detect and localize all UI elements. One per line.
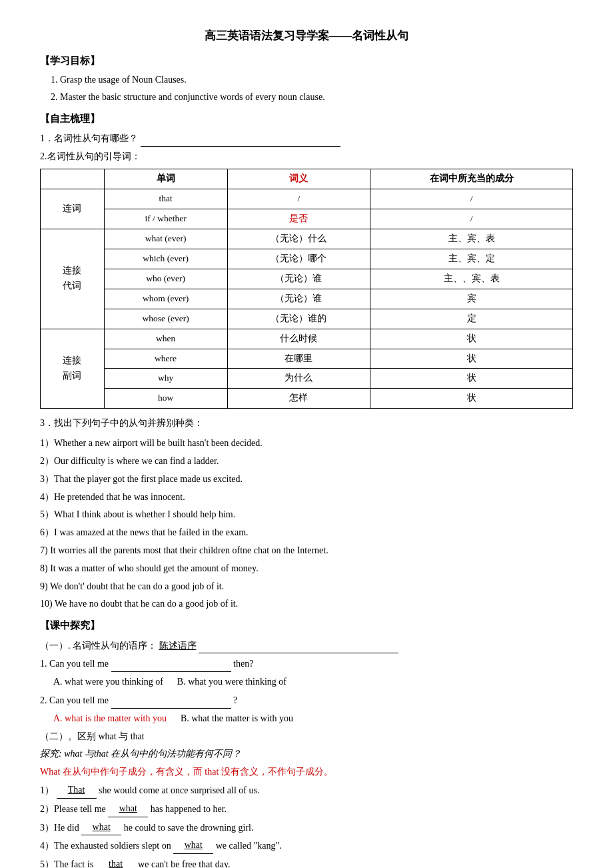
page-title: 高三英语语法复习导学案——名词性从句: [40, 27, 573, 46]
q1-choices: A. what were you thinking of B. what you…: [53, 674, 573, 690]
sentence-4: 4）He pretended that he was innocent.: [40, 489, 573, 505]
sentence-1: 1）Whether a new airport will be built ha…: [40, 435, 573, 451]
meaning-how: 怎样: [227, 389, 370, 409]
q1-option-a: A. what were you thinking of: [53, 677, 163, 687]
sentence-list: 1）Whether a new airport will be built ha…: [40, 435, 573, 612]
sentence-6: 6）I was amazed at the news that he faile…: [40, 525, 573, 541]
section-self-review: 【自主梳理】 1．名词性从句有哪些？ 2.名词性从句的引导词： 单词 词义 在词…: [40, 111, 573, 612]
section2-title: 【自主梳理】: [40, 111, 573, 128]
table-row: who (ever) （无论）谁 主、、宾、表: [41, 269, 573, 289]
q1-answer-blank: [141, 130, 340, 147]
section3-title: 【课中探究】: [40, 617, 573, 635]
word-which: which (ever): [104, 249, 227, 269]
q2-option-a: A. what is the matter with you: [53, 713, 167, 723]
meaning-whose: （无论）谁的: [227, 309, 370, 329]
role-where: 状: [370, 349, 573, 369]
word-where: where: [104, 349, 227, 369]
role-if-whether: /: [370, 209, 573, 229]
word-whose: whose (ever): [104, 309, 227, 329]
blank-3: what: [81, 819, 121, 836]
blank-1: That: [57, 782, 97, 799]
meaning-what: （无论）什么: [227, 229, 370, 249]
meaning-why: 为什么: [227, 369, 370, 389]
table-row: where 在哪里 状: [41, 349, 573, 369]
meaning-if-whether: 是否: [227, 209, 370, 229]
sentence-2: 2）Our difficulty is where we can find a …: [40, 453, 573, 469]
goal-2: Master the basic structure and conjuncti…: [60, 89, 573, 105]
table-row: whom (ever) （无论）谁 宾: [41, 289, 573, 309]
blank-2: what: [108, 801, 148, 817]
word-whom: whom (ever): [104, 289, 227, 309]
table-row: if / whether 是否 /: [41, 209, 573, 229]
section-classroom-explore: 【课中探究】 （一）. 名词性从句的语序： 陈述语序 1. Can you te…: [40, 617, 573, 868]
role-what: 主、宾、表: [370, 229, 573, 249]
fill-item-1: 1） That she would come at once surprised…: [40, 782, 573, 799]
fill-item-5: 5）The fact is that we can't be free that…: [40, 856, 573, 868]
blank-5: that: [96, 856, 136, 868]
part1-q1: 1. Can you tell me then?: [40, 655, 573, 672]
role-who: 主、、宾、表: [370, 269, 573, 289]
word-when: when: [104, 329, 227, 349]
table-row: why 为什么 状: [41, 369, 573, 389]
word-what: what (ever): [104, 229, 227, 249]
fill-item-2: 2）Please tell me what has happened to he…: [40, 801, 573, 817]
explore-label: 探究: what 与that 在从句中的句法功能有何不同？: [40, 746, 573, 762]
word-how: how: [104, 389, 227, 409]
q2-text: 2.名词性从句的引导词：: [40, 149, 573, 165]
role-when: 状: [370, 329, 573, 349]
role-why: 状: [370, 369, 573, 389]
role-how: 状: [370, 389, 573, 409]
blank-4: what: [173, 837, 213, 854]
goals-list: Grasp the usage of Noun Clauses. Master …: [60, 72, 573, 105]
table-row: 连接副词 when 什么时候 状: [41, 329, 573, 349]
table-row: 连词 that / /: [41, 189, 573, 209]
role-whom: 宾: [370, 289, 573, 309]
fill-item-3: 3）He did what he could to save the drown…: [40, 819, 573, 836]
word-if-whether: if / whether: [104, 209, 227, 229]
word-that: that: [104, 189, 227, 209]
table-col-role: 在词中所充当的成分: [370, 169, 573, 189]
part2-label: （二）。区别 what 与 that: [40, 729, 573, 745]
q2-option-b: B. what the matter is with you: [181, 713, 293, 723]
role-whose: 定: [370, 309, 573, 329]
word-order-blank1: 陈述语序: [159, 641, 197, 651]
sentence-5: 5）What I think about is whether I should…: [40, 507, 573, 523]
sentence-7: 7) It worries all the parents most that …: [40, 543, 573, 559]
label-adverb: 连接副词: [41, 329, 105, 409]
q2-choices: A. what is the matter with you B. what t…: [53, 711, 573, 727]
q3-text: 3．找出下列句子中的从句并辨别种类：: [40, 415, 573, 431]
role-which: 主、宾、定: [370, 249, 573, 269]
word-who: who (ever): [104, 269, 227, 289]
meaning-whom: （无论）谁: [227, 289, 370, 309]
table-col-word: 单词: [104, 169, 227, 189]
table-row: how 怎样 状: [41, 389, 573, 409]
fill-item-4: 4）The exhausted soldiers slept on what w…: [40, 837, 573, 854]
meaning-when: 什么时候: [227, 329, 370, 349]
q1-option-b: B. what you were thinking of: [177, 677, 287, 687]
meaning-where: 在哪里: [227, 349, 370, 369]
sentence-10: 10) We have no doubt that he can do a go…: [40, 596, 573, 612]
table-col-category: [41, 169, 105, 189]
table-row: whose (ever) （无论）谁的 定: [41, 309, 573, 329]
table-col-meaning: 词义: [227, 169, 370, 189]
word-why: why: [104, 369, 227, 389]
sentence-9: 9) We don't' doubt that he can do a good…: [40, 579, 573, 595]
conjunctive-table: 单词 词义 在词中所充当的成分 连词 that / / if / whether…: [40, 169, 573, 409]
sentence-8: 8) It was a matter of who should get the…: [40, 561, 573, 577]
meaning-which: （无论）哪个: [227, 249, 370, 269]
q1-fill-blank: [111, 655, 231, 672]
sentence-3: 3）That the player got the first place ma…: [40, 471, 573, 487]
meaning-that: /: [227, 189, 370, 209]
table-row: 连接代词 what (ever) （无论）什么 主、宾、表: [41, 229, 573, 249]
explain-text: What 在从句中作句子成分，有含义，而 that 没有含义，不作句子成分。: [40, 764, 573, 780]
section-learning-goals: 【学习目标】 Grasp the usage of Noun Clauses. …: [40, 53, 573, 105]
part1-q2: 2. Can you tell me ?: [40, 692, 573, 709]
table-row: which (ever) （无论）哪个 主、宾、定: [41, 249, 573, 269]
q1-text: 1．名词性从句有哪些？: [40, 130, 573, 147]
part1-label: （一）. 名词性从句的语序： 陈述语序: [40, 637, 573, 654]
label-pronoun: 连接代词: [41, 229, 105, 329]
label-conjunction: 连词: [41, 189, 105, 229]
section1-title: 【学习目标】: [40, 53, 573, 70]
q2-fill-blank: [111, 692, 231, 709]
word-order-blank2: [199, 637, 398, 654]
